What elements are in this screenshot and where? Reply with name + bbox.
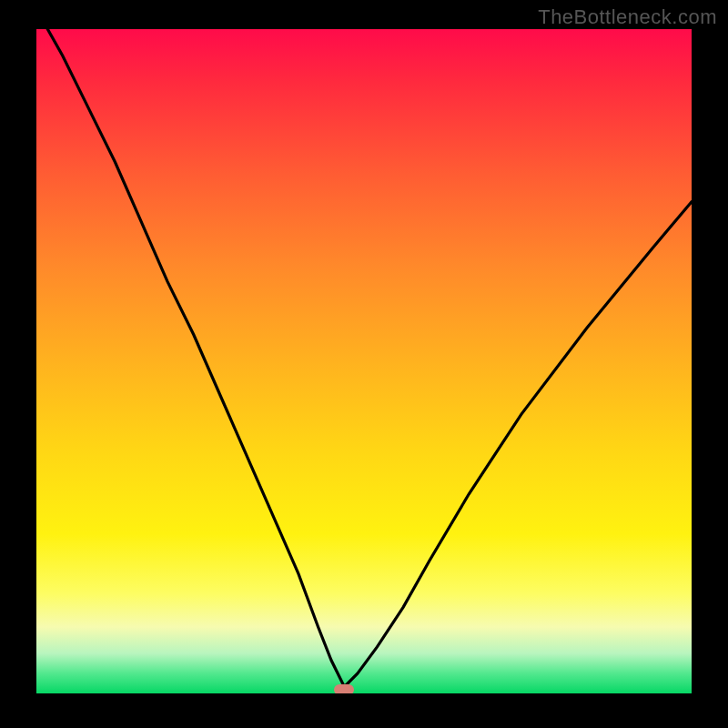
- curve-path: [36, 9, 692, 687]
- plot-area: [36, 29, 692, 693]
- watermark-text: TheBottleneck.com: [538, 5, 717, 29]
- chart-frame: TheBottleneck.com: [0, 0, 728, 728]
- bottom-black-bar: [36, 693, 692, 728]
- bottleneck-curve: [36, 29, 692, 693]
